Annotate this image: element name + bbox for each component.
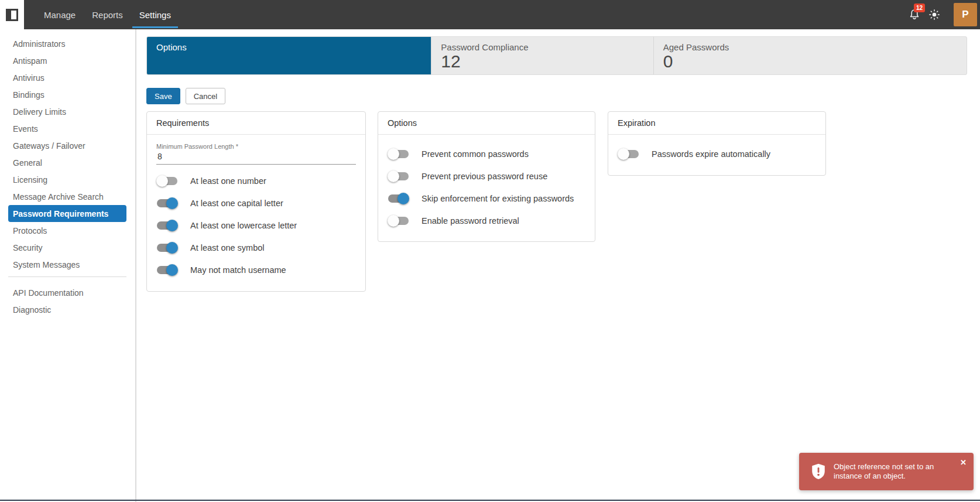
shield-alert-icon (811, 463, 826, 480)
sidebar-item-antispam[interactable]: Antispam (0, 52, 126, 69)
toggle-label: Prevent common passwords (422, 149, 529, 159)
toggle-label: Prevent previous password reuse (422, 172, 547, 181)
expiration-panel: Expiration Passwords expire automaticall… (608, 111, 826, 176)
sidebar-item-message-archive-search[interactable]: Message Archive Search (0, 188, 126, 205)
toggle-label: At least one symbol (190, 243, 265, 252)
toast-message: Object reference not set to an instance … (834, 462, 951, 481)
notification-badge: 12 (914, 4, 925, 12)
sidebar-item-protocols[interactable]: Protocols (0, 222, 126, 239)
summary-card-password-compliance[interactable]: Password Compliance 12 (431, 37, 653, 74)
enable-password-retrieval-toggle[interactable] (388, 215, 409, 227)
skip-enforcement-toggle[interactable] (388, 193, 409, 204)
toggle-row-skip-enforcement: Skip enforcement for existing passwords (388, 187, 585, 210)
sidebar-item-administrators[interactable]: Administrators (0, 35, 126, 52)
sun-icon (928, 9, 940, 21)
summary-card-aged-passwords[interactable]: Aged Passwords 0 (653, 37, 967, 74)
passwords-expire-automatically-toggle[interactable] (618, 148, 639, 160)
summary-card-options[interactable]: Options (147, 37, 431, 74)
toggle-label: Enable password retrieval (422, 216, 519, 226)
nav-item-settings[interactable]: Settings (132, 2, 178, 28)
toggle-row-passwords-expire-automatically: Passwords expire automatically (618, 143, 816, 165)
min-password-length-label: Minimum Password Length * (156, 143, 356, 150)
sidebar-item-licensing[interactable]: Licensing (0, 171, 126, 188)
sidebar-item-diagnostic[interactable]: Diagnostic (0, 301, 126, 318)
toggle-row-enable-password-retrieval: Enable password retrieval (388, 210, 585, 232)
toggle-row-at-least-one-symbol: At least one symbol (156, 237, 356, 259)
sidebar-item-bindings[interactable]: Bindings (0, 86, 126, 103)
sidebar-item-security[interactable]: Security (0, 239, 126, 256)
toast-close-button[interactable]: ✕ (960, 459, 967, 466)
may-not-match-username-toggle[interactable] (156, 264, 178, 276)
prevent-previous-password-reuse-toggle[interactable] (388, 170, 409, 182)
toggle-row-at-least-one-capital-letter: At least one capital letter (156, 192, 356, 214)
page: Manage Reports Settings 12 (0, 0, 980, 502)
toggle-label: At least one number (190, 176, 266, 186)
toggle-row-at-least-one-number: At least one number (156, 170, 356, 192)
sidebar-item-password-requirements[interactable]: Password Requirements (8, 205, 126, 222)
page-bottom-border (0, 500, 980, 501)
at-least-one-capital-letter-toggle[interactable] (156, 197, 178, 209)
toggle-row-may-not-match-username: May not match username (156, 259, 356, 281)
at-least-one-symbol-toggle[interactable] (156, 242, 178, 254)
sidebar-item-system-messages[interactable]: System Messages (0, 256, 126, 273)
sidebar-toggle-icon (6, 9, 18, 21)
topbar-right: 12 P (904, 0, 980, 29)
main-nav: Manage Reports Settings (37, 0, 178, 29)
toggle-row-prevent-previous-password-reuse: Prevent previous password reuse (388, 165, 585, 187)
action-bar: Save Cancel (146, 88, 225, 104)
toggle-label: Passwords expire automatically (652, 149, 770, 159)
sidebar-item-gateways-failover[interactable]: Gateways / Failover (0, 137, 126, 154)
nav-item-reports[interactable]: Reports (85, 2, 130, 28)
sidebar-divider (8, 276, 126, 277)
toggle-label: May not match username (190, 265, 286, 275)
error-toast: Object reference not set to an instance … (799, 453, 974, 490)
sidebar-item-antivirus[interactable]: Antivirus (0, 69, 126, 86)
panel-title: Options (378, 112, 595, 135)
panel-title: Expiration (608, 112, 825, 135)
card-label: Password Compliance (441, 42, 643, 52)
save-button[interactable]: Save (146, 88, 180, 104)
sidebar-item-general[interactable]: General (0, 154, 126, 171)
at-least-one-lowercase-letter-toggle[interactable] (156, 220, 178, 231)
sidebar-item-api-documentation[interactable]: API Documentation (0, 284, 126, 301)
topbar: Manage Reports Settings 12 (0, 0, 980, 29)
cancel-button[interactable]: Cancel (186, 88, 225, 104)
toggle-row-prevent-common-passwords: Prevent common passwords (388, 143, 585, 165)
at-least-one-number-toggle[interactable] (156, 175, 178, 187)
panel-title: Requirements (147, 112, 365, 135)
options-panel: Options Prevent common passwords Prevent… (378, 111, 595, 242)
card-label: Options (156, 42, 422, 52)
card-value: 12 (441, 53, 643, 70)
avatar[interactable]: P (954, 3, 977, 26)
theme-toggle-button[interactable] (924, 0, 944, 29)
sidebar-toggle-button[interactable] (0, 0, 24, 29)
toggle-row-at-least-one-lowercase-letter: At least one lowercase letter (156, 214, 356, 237)
card-label: Aged Passwords (663, 42, 957, 52)
min-password-length-field: Minimum Password Length * (156, 143, 356, 165)
settings-sidebar: Administrators Antispam Antivirus Bindin… (0, 29, 136, 502)
notifications-button[interactable]: 12 (904, 0, 924, 29)
toggle-label: At least one capital letter (190, 199, 283, 208)
requirements-panel: Requirements Minimum Password Length * A… (146, 111, 366, 292)
toggle-label: At least one lowercase letter (190, 221, 297, 230)
sidebar-item-events[interactable]: Events (0, 120, 126, 137)
min-password-length-input[interactable] (156, 150, 356, 165)
prevent-common-passwords-toggle[interactable] (388, 148, 409, 160)
toggle-label: Skip enforcement for existing passwords (422, 194, 574, 203)
summary-cards: Options Password Compliance 12 Aged Pass… (146, 36, 967, 75)
sidebar-item-delivery-limits[interactable]: Delivery Limits (0, 103, 126, 120)
nav-item-manage[interactable]: Manage (37, 2, 83, 28)
card-value: 0 (663, 53, 957, 70)
